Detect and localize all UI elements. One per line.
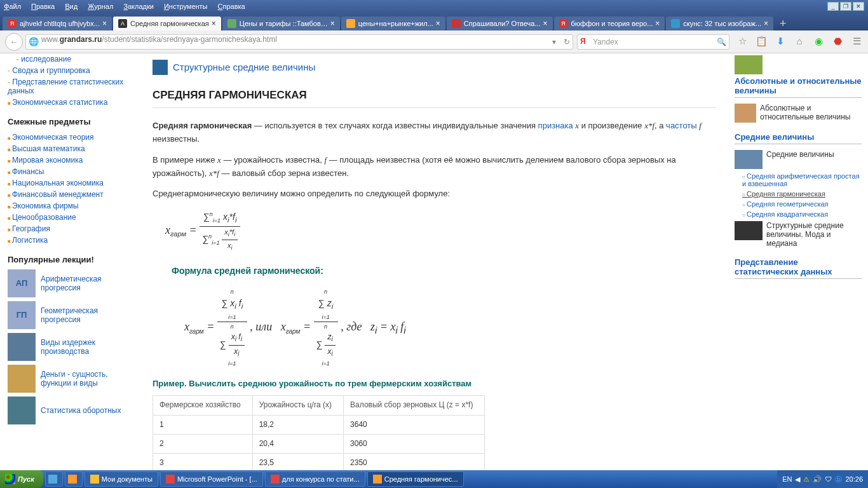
- download-icon[interactable]: ⬇: [774, 36, 787, 48]
- clipboard-icon[interactable]: 📋: [755, 36, 768, 48]
- sidebar-heading[interactable]: Средние величины: [735, 132, 862, 144]
- favicon: [346, 19, 355, 28]
- sidebar-sublink[interactable]: Средняя квадратическая: [742, 209, 862, 219]
- menu-file[interactable]: Файл: [4, 3, 21, 10]
- home-icon[interactable]: ⌂: [793, 36, 806, 48]
- window-close[interactable]: ✕: [853, 2, 864, 11]
- tray-icon[interactable]: 🔊: [813, 475, 822, 484]
- sidebar-sublink[interactable]: Средняя арифметическая простая и взвешен…: [742, 171, 862, 189]
- menu-icon[interactable]: ☰: [850, 36, 863, 48]
- sidebar-link[interactable]: исследование: [8, 53, 132, 65]
- search-icon[interactable]: 🔍: [717, 37, 726, 46]
- new-tab-button[interactable]: +: [775, 17, 792, 30]
- address-bar[interactable]: 🌐 www.grandars.ru/student/statistika/sre…: [25, 34, 573, 50]
- menu-history[interactable]: Журнал: [88, 3, 113, 10]
- thumb: [735, 150, 763, 169]
- close-icon[interactable]: ×: [330, 19, 335, 28]
- lecture-item[interactable]: Деньги - сущность, функции и виды: [8, 365, 132, 393]
- sidebar-link[interactable]: Представление статистических данных: [8, 76, 132, 97]
- app-icon: [48, 475, 57, 484]
- table-row: 118,23640: [153, 415, 485, 434]
- dropdown-icon[interactable]: ▾: [552, 37, 556, 46]
- close-icon[interactable]: ×: [764, 19, 768, 28]
- quicklaunch[interactable]: [65, 471, 83, 487]
- menu-edit[interactable]: Правка: [31, 3, 55, 10]
- window-restore[interactable]: ❐: [840, 2, 851, 11]
- addon-icon[interactable]: ◉: [812, 36, 825, 48]
- close-icon[interactable]: ×: [436, 19, 440, 28]
- sidebar-link[interactable]: Ценообразование: [8, 212, 132, 223]
- sidebar-link[interactable]: Финансовый менеджмент: [8, 189, 132, 200]
- term-link[interactable]: частоты: [666, 121, 697, 130]
- term-link[interactable]: признака: [538, 121, 573, 130]
- quicklaunch[interactable]: [45, 471, 63, 487]
- close-icon[interactable]: ×: [102, 19, 107, 28]
- tray-icon[interactable]: ⚠: [803, 475, 810, 484]
- taskbar-item[interactable]: для конкурса по стати...: [265, 471, 365, 487]
- menu-view[interactable]: Вид: [65, 3, 78, 10]
- menu-tools[interactable]: Инструменты: [164, 3, 208, 10]
- sidebar-heading[interactable]: Абсолютные и относительные величины: [735, 76, 862, 98]
- language-indicator[interactable]: EN: [782, 475, 792, 483]
- right-sidebar: Абсолютные и относительные величины Абсо…: [728, 53, 868, 473]
- start-button[interactable]: Пуск: [0, 470, 43, 488]
- sidebar-link[interactable]: Экономическая теория: [8, 132, 132, 143]
- tray-icon[interactable]: ⓑ: [835, 475, 842, 484]
- browser-tab[interactable]: Ябюффон и теория веро...×: [554, 17, 665, 30]
- sidebar-item[interactable]: Абсолютные и относительные величины: [735, 102, 862, 125]
- adblock-icon[interactable]: ⬣: [831, 36, 844, 48]
- sidebar-link[interactable]: Высшая математика: [8, 143, 132, 154]
- window-minimize[interactable]: _: [827, 2, 839, 11]
- menu-help[interactable]: Справка: [218, 3, 245, 10]
- sidebar-item[interactable]: [735, 53, 862, 76]
- sidebar-sublink[interactable]: Средняя геометрическая: [742, 199, 862, 209]
- paragraph: Среднегармоническую величину можно опред…: [153, 187, 715, 201]
- browser-tab[interactable]: цены+на+рынке+жил...×: [341, 17, 445, 30]
- star-icon[interactable]: ☆: [736, 36, 749, 48]
- sidebar-sublink-current[interactable]: Средняя гармоническая: [742, 189, 862, 199]
- sidebar-heading[interactable]: Представление статистических данных: [735, 257, 862, 279]
- tray-icon[interactable]: 🛡: [825, 475, 832, 483]
- sidebar-link[interactable]: Национальная экономика: [8, 177, 132, 189]
- powerpoint-icon: [166, 475, 175, 484]
- sidebar-link[interactable]: Сводка и группировка: [8, 65, 132, 76]
- clock[interactable]: 20:26: [845, 475, 863, 483]
- thumb: [8, 396, 36, 424]
- lecture-item[interactable]: ГПГеометрическая прогрессия: [8, 301, 132, 329]
- taskbar-item-active[interactable]: Средняя гармоничес...: [367, 471, 464, 487]
- sidebar-link[interactable]: Экономическая статистика: [8, 97, 132, 108]
- browser-tab[interactable]: Спрашивали? Отвеча...×: [447, 17, 553, 30]
- browser-tab[interactable]: Цены и тарифы ::Тамбовст...×: [222, 17, 340, 30]
- close-icon[interactable]: ×: [212, 19, 216, 28]
- sidebar-link[interactable]: Логистика: [8, 234, 132, 246]
- lecture-item[interactable]: Статистика оборотных: [8, 396, 132, 424]
- lecture-item[interactable]: АПАрифметическая прогрессия: [8, 269, 132, 297]
- lecture-item[interactable]: Виды издержек производства: [8, 333, 132, 361]
- sidebar-link[interactable]: География: [8, 223, 132, 234]
- tab-bar: Яajhvekf chtltqtq ufhjvybx...× AСредняя …: [0, 13, 868, 30]
- page-title: Средняя гармоническая: [153, 86, 715, 108]
- reload-icon[interactable]: ↻: [564, 37, 570, 46]
- sidebar-link[interactable]: Финансы: [8, 166, 132, 177]
- thumb: ГП: [8, 301, 36, 329]
- sidebar-link[interactable]: Мировая экономика: [8, 154, 132, 166]
- browser-tab[interactable]: Яajhvekf chtltqtq ufhjvybx...×: [3, 17, 112, 30]
- taskbar: Пуск Мои документы Microsoft PowerPoint …: [0, 470, 868, 488]
- search-box[interactable]: Я Yandex 🔍: [577, 34, 729, 50]
- browser-tab-active[interactable]: AСредняя гармоническая×: [113, 17, 221, 30]
- menu-bookmarks[interactable]: Закладки: [123, 3, 154, 10]
- sidebar-item[interactable]: Структурные средние величины. Мода и мед…: [735, 219, 862, 250]
- tray-icon[interactable]: ◀: [795, 475, 800, 484]
- taskbar-item[interactable]: Мои документы: [85, 471, 158, 487]
- breadcrumb-link[interactable]: Структурные средние величины: [173, 60, 315, 75]
- sidebar-link[interactable]: Экономика фирмы: [8, 200, 132, 212]
- taskbar-item[interactable]: Microsoft PowerPoint - [...: [160, 471, 263, 487]
- back-button[interactable]: ←: [5, 33, 23, 51]
- sidebar-item[interactable]: Средние величины: [735, 148, 862, 171]
- browser-tab[interactable]: скунс: 32 тыс изображ...×: [666, 17, 773, 30]
- sidebar-heading: Популярные лекции!: [8, 255, 132, 264]
- navigation-toolbar: ← 🌐 www.grandars.ru/student/statistika/s…: [0, 30, 868, 53]
- favicon: [227, 19, 236, 28]
- close-icon[interactable]: ×: [543, 19, 548, 28]
- close-icon[interactable]: ×: [655, 19, 660, 28]
